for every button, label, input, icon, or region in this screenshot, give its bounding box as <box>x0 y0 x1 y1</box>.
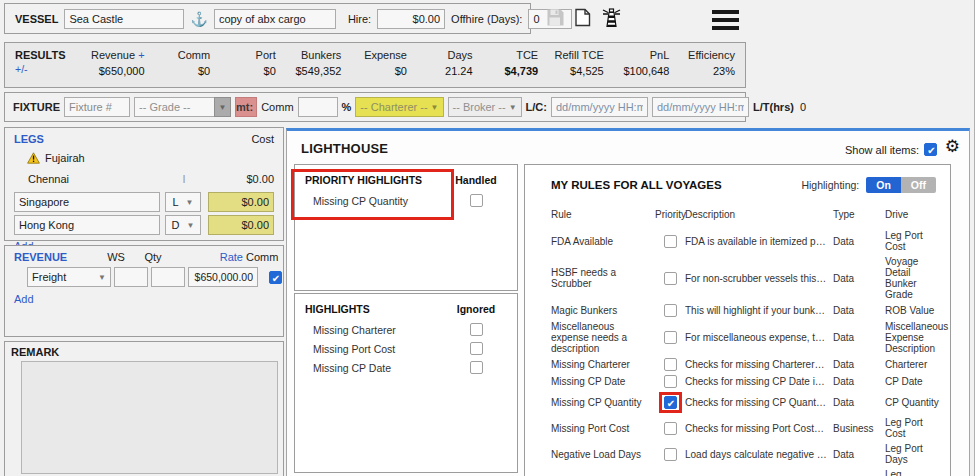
leg-port-name: Chennai <box>14 173 160 185</box>
hire-label: Hire: <box>348 13 371 25</box>
rule-description: Checks for missing Port Costs in a... <box>685 423 833 434</box>
revenue-type-select[interactable]: Freight ▼ <box>27 267 111 287</box>
lighthouse-title: LIGHTHOUSE <box>301 141 388 156</box>
rule-priority-checkbox[interactable] <box>664 448 677 461</box>
grade-select[interactable]: -- Grade -- <box>134 97 214 117</box>
rule-row: Negative Load DaysLoad days calculate ne… <box>551 443 942 465</box>
leg-row: D▼ <box>14 215 274 235</box>
mt-unit-label: mt: <box>236 101 253 113</box>
vessel-input[interactable] <box>64 9 184 29</box>
fixture-number-input[interactable] <box>64 97 130 117</box>
results-column-value: $650,000 <box>79 65 145 77</box>
results-column-value: $0 <box>145 65 211 77</box>
rules-title: MY RULES FOR ALL VOYAGES <box>551 179 722 191</box>
ws-input[interactable] <box>114 267 148 287</box>
leg-type-select-value: D <box>172 219 180 231</box>
qty-input[interactable] <box>151 267 185 287</box>
show-all-items-checkbox[interactable] <box>924 143 937 156</box>
type-column-header: Type <box>833 209 885 220</box>
anchor-icon[interactable]: ⚓ <box>190 12 207 26</box>
leg-port-input[interactable] <box>14 192 160 212</box>
rule-description: For miscellaneous expense, this r... <box>685 332 833 343</box>
leg-type-select[interactable]: L▼ <box>165 192 201 212</box>
results-column-value: $549,352 <box>276 65 342 77</box>
menu-icon[interactable] <box>712 10 739 34</box>
new-document-icon[interactable] <box>574 8 591 27</box>
rate-input[interactable] <box>188 267 258 287</box>
rule-priority-checkbox[interactable] <box>664 358 677 371</box>
rule-description: Load days calculate negative as d... <box>685 449 833 460</box>
rule-priority-checkbox[interactable] <box>664 304 677 317</box>
rule-priority-checkbox[interactable] <box>664 375 677 388</box>
rule-name: Missing Port Cost <box>551 423 655 434</box>
remark-textarea[interactable] <box>21 361 278 474</box>
leg-type-value: I <box>165 173 203 185</box>
rule-priority-checkbox[interactable] <box>664 235 677 248</box>
rule-name: FDA Available <box>551 236 655 247</box>
rule-drive: Leg Port Cost <box>885 417 942 439</box>
leg-cost-input[interactable] <box>208 192 274 212</box>
highlighting-off-button[interactable]: Off <box>901 177 936 193</box>
rule-priority-checkbox[interactable] <box>664 422 677 435</box>
add-revenue-link[interactable]: Add <box>14 293 34 305</box>
revenue-title: REVENUE <box>14 251 96 263</box>
checklist-item-label: Missing Port Cost <box>305 343 445 355</box>
highlighting-label: Highlighting: <box>801 179 859 191</box>
results-column-expense: Expense$0 <box>341 49 407 87</box>
ignored-checkbox[interactable] <box>470 342 483 355</box>
revenue-comm-checkbox[interactable] <box>269 271 282 284</box>
rate-header[interactable]: Rate <box>173 251 243 263</box>
leg-row: L▼ <box>14 192 274 212</box>
highlighting-on-button[interactable]: On <box>866 177 901 193</box>
rule-row: Magic BunkersThis will highlight if your… <box>551 304 942 317</box>
broker-select[interactable]: -- Broker -- ▼ <box>448 97 522 117</box>
rule-type: Data <box>833 236 885 247</box>
charterer-select-value: -- Charterer -- <box>360 101 427 113</box>
rule-description: Checks for missing CP Date in Fix... <box>685 376 833 387</box>
rule-priority-checkbox[interactable] <box>664 272 677 285</box>
gear-icon[interactable]: ⚙ <box>945 138 960 155</box>
rule-type: Data <box>833 397 885 408</box>
rule-type: Data <box>833 332 885 343</box>
rule-priority-checkbox[interactable] <box>664 331 677 344</box>
legs-cost-header: Cost <box>251 133 274 145</box>
results-expand-toggle[interactable]: +/- <box>15 63 28 75</box>
results-column-label: Refill TCE <box>538 49 604 61</box>
results-title: RESULTS <box>15 49 79 61</box>
cp-quantity-input[interactable]: mt: <box>235 97 257 117</box>
results-panel: RESULTS +/- Revenue +$650,000Comm$0Port$… <box>4 42 746 88</box>
cargo-name-input[interactable] <box>214 9 336 29</box>
rule-row: Missing CP QuantityChecks for missing CP… <box>551 392 942 413</box>
toolbar <box>546 7 623 28</box>
charterer-select[interactable]: -- Charterer -- ▼ <box>355 97 443 117</box>
qty-header: Qty <box>136 251 170 263</box>
lighthouse-icon[interactable] <box>600 7 623 28</box>
vessel-label: VESSEL <box>15 13 58 25</box>
save-icon[interactable] <box>546 8 565 27</box>
hire-input[interactable] <box>377 9 445 29</box>
laycan-from-input[interactable] <box>551 97 648 117</box>
results-column-efficiency: Efficiency23% <box>669 49 735 87</box>
ignored-checkbox[interactable] <box>470 323 483 336</box>
drive-column-header: Drive <box>885 209 942 220</box>
rule-priority-checkbox[interactable] <box>664 396 677 409</box>
rule-row: HSBF needs a ScrubberFor non-scrubber ve… <box>551 256 942 300</box>
handled-column-header: Handled <box>445 174 507 186</box>
chevron-down-icon: ▼ <box>186 198 194 207</box>
handled-checkbox[interactable] <box>470 194 483 207</box>
remark-panel: REMARK <box>4 341 284 476</box>
laycan-to-input[interactable] <box>652 97 749 117</box>
rule-description: For non-scrubber vessels this rule ... <box>685 273 833 284</box>
grade-dropdown-button[interactable]: ▼ <box>214 97 231 117</box>
leg-port-input[interactable] <box>14 215 160 235</box>
rule-drive: Leg Port Days <box>885 443 942 465</box>
results-column-value: $4,525 <box>538 65 604 77</box>
leg-cost-input[interactable] <box>208 215 274 235</box>
results-column-value: $4,739 <box>473 65 539 77</box>
rule-type: Data <box>833 376 885 387</box>
leg-type-select[interactable]: D▼ <box>165 215 201 235</box>
rule-column-header: Rule <box>551 209 655 220</box>
comm-header: Comm <box>246 251 274 263</box>
commission-percent-input[interactable] <box>298 97 338 117</box>
ignored-checkbox[interactable] <box>470 361 483 374</box>
